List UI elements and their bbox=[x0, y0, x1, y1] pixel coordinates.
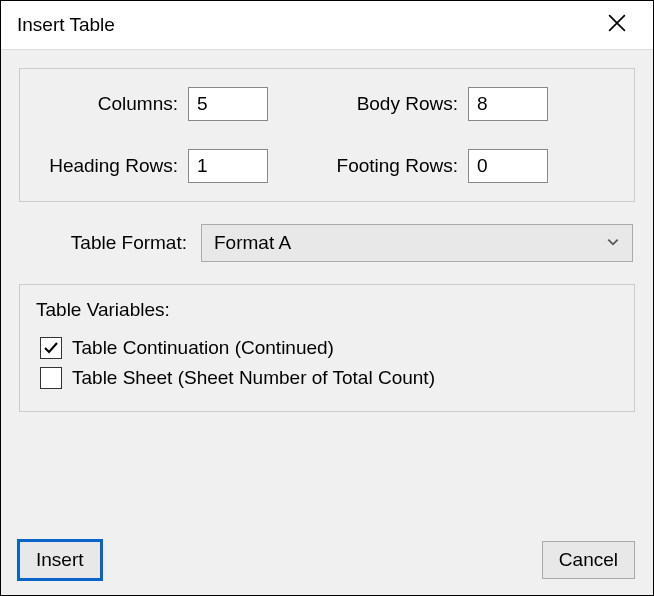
columns-label: Columns: bbox=[38, 93, 188, 115]
insert-table-dialog: Insert Table Columns: Body Rows: Heading… bbox=[0, 0, 654, 596]
table-format-row: Table Format: Format A bbox=[19, 224, 635, 262]
close-icon bbox=[608, 14, 626, 37]
insert-button[interactable]: Insert bbox=[19, 541, 101, 579]
sheet-checkbox-row[interactable]: Table Sheet (Sheet Number of Total Count… bbox=[36, 363, 618, 393]
body-rows-input[interactable] bbox=[468, 87, 548, 121]
dimensions-group: Columns: Body Rows: Heading Rows: Footin… bbox=[19, 68, 635, 202]
table-variables-title: Table Variables: bbox=[36, 299, 618, 321]
heading-rows-input[interactable] bbox=[188, 149, 268, 183]
titlebar: Insert Table bbox=[1, 1, 653, 49]
continuation-label: Table Continuation (Continued) bbox=[72, 337, 334, 359]
continuation-checkbox-row[interactable]: Table Continuation (Continued) bbox=[36, 333, 618, 363]
table-format-dropdown[interactable]: Format A bbox=[201, 224, 633, 262]
table-variables-group: Table Variables: Table Continuation (Con… bbox=[19, 284, 635, 412]
close-button[interactable] bbox=[597, 5, 637, 45]
table-format-value: Format A bbox=[214, 232, 291, 254]
table-format-label: Table Format: bbox=[21, 232, 201, 254]
dialog-body: Columns: Body Rows: Heading Rows: Footin… bbox=[1, 49, 653, 595]
sheet-checkbox[interactable] bbox=[40, 367, 62, 389]
button-row: Insert Cancel bbox=[19, 523, 635, 579]
heading-rows-label: Heading Rows: bbox=[38, 155, 188, 177]
chevron-down-icon bbox=[606, 233, 620, 254]
columns-input[interactable] bbox=[188, 87, 268, 121]
continuation-checkbox[interactable] bbox=[40, 337, 62, 359]
body-rows-label: Body Rows: bbox=[318, 93, 468, 115]
dialog-title: Insert Table bbox=[17, 14, 115, 36]
footing-rows-label: Footing Rows: bbox=[318, 155, 468, 177]
sheet-label: Table Sheet (Sheet Number of Total Count… bbox=[72, 367, 435, 389]
footing-rows-input[interactable] bbox=[468, 149, 548, 183]
cancel-button[interactable]: Cancel bbox=[542, 541, 635, 579]
